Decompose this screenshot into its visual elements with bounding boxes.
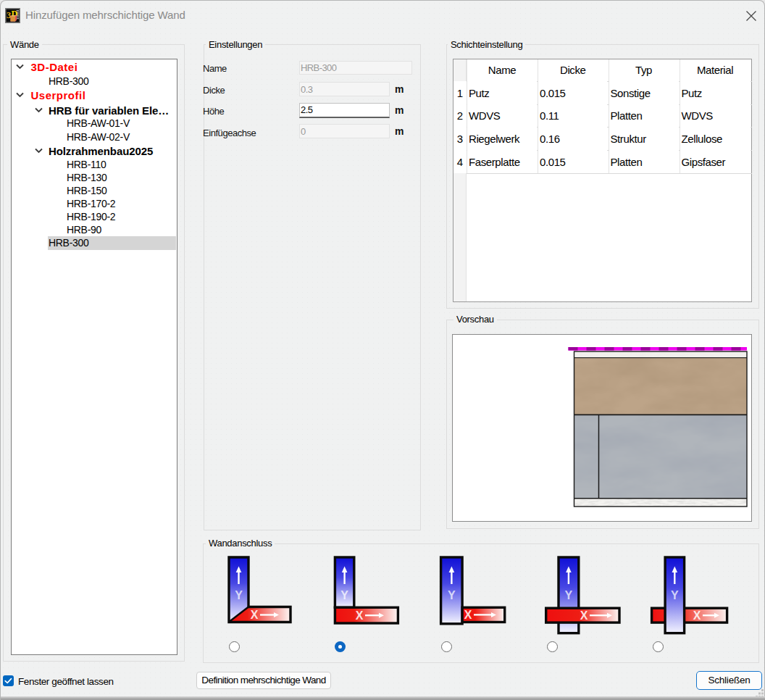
svg-text:X: X bbox=[356, 609, 364, 622]
svg-text:X: X bbox=[580, 609, 588, 622]
svg-text:3: 3 bbox=[7, 9, 11, 20]
svg-text:X: X bbox=[693, 609, 701, 622]
svg-text:X: X bbox=[251, 609, 259, 621]
svg-text:X: X bbox=[464, 609, 472, 621]
